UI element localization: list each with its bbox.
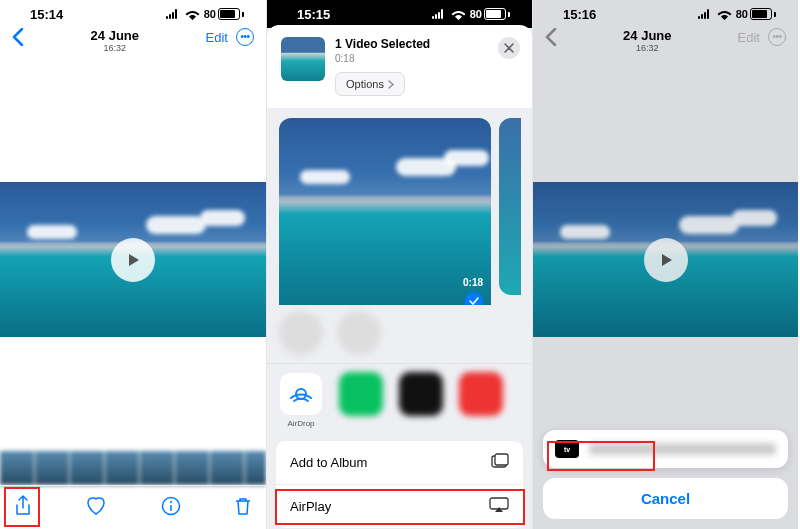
apps-row: AirDrop bbox=[267, 364, 532, 434]
highlight-share bbox=[4, 487, 40, 527]
svg-point-1 bbox=[170, 501, 172, 503]
selection-title: 1 Video Selected bbox=[335, 37, 430, 51]
selected-check-icon bbox=[465, 292, 483, 305]
nav-bar: 24 June 16:32 Edit ••• bbox=[0, 28, 266, 62]
preview-carousel[interactable]: 0:18 bbox=[267, 108, 532, 305]
play-icon[interactable] bbox=[111, 238, 155, 282]
preview-item-selected[interactable]: 0:18 bbox=[279, 118, 491, 305]
action-add-to-album[interactable]: Add to Album bbox=[276, 441, 523, 484]
info-button[interactable] bbox=[161, 496, 181, 520]
phone-share-sheet: 15:15 80 1 Video Selected 0:18 Options bbox=[266, 0, 532, 529]
contacts-row[interactable] bbox=[267, 305, 532, 363]
more-menu-icon[interactable]: ••• bbox=[236, 28, 254, 46]
highlight-device bbox=[547, 441, 655, 471]
phone-airplay-picker: 15:16 80 24 June 16:32 Edit ••• bbox=[532, 0, 798, 529]
preview-item-next[interactable] bbox=[499, 118, 521, 295]
nav-subtitle: 16:32 bbox=[91, 43, 139, 53]
status-bar: 15:14 80 bbox=[0, 0, 266, 28]
favorite-button[interactable] bbox=[85, 496, 107, 520]
preview-duration: 0:18 bbox=[463, 277, 483, 288]
selection-thumbnail bbox=[281, 37, 325, 81]
delete-button[interactable] bbox=[234, 496, 252, 520]
contact-avatar[interactable] bbox=[337, 311, 381, 355]
app-item[interactable] bbox=[337, 372, 385, 428]
edit-button[interactable]: Edit bbox=[206, 30, 228, 45]
album-icon bbox=[491, 453, 509, 472]
contact-avatar[interactable] bbox=[279, 311, 323, 355]
svg-rect-4 bbox=[495, 454, 508, 465]
app-airdrop[interactable]: AirDrop bbox=[277, 372, 325, 428]
options-button[interactable]: Options bbox=[335, 72, 405, 96]
app-item[interactable] bbox=[397, 372, 445, 428]
phone-photos-detail: 15:14 80 24 June 16:32 Edit ••• bbox=[0, 0, 266, 529]
status-time: 15:15 bbox=[297, 7, 330, 22]
app-item[interactable] bbox=[457, 372, 505, 428]
selection-duration: 0:18 bbox=[335, 53, 430, 64]
highlight-airplay bbox=[275, 489, 525, 525]
status-icons: 80 bbox=[166, 8, 244, 20]
nav-title: 24 June bbox=[91, 28, 139, 43]
status-time: 15:14 bbox=[30, 7, 63, 22]
cancel-button[interactable]: Cancel bbox=[543, 478, 788, 519]
video-preview[interactable] bbox=[0, 182, 266, 337]
status-bar: 15:15 80 bbox=[267, 0, 532, 28]
nav-title-block: 24 June 16:32 bbox=[91, 28, 139, 53]
back-button[interactable] bbox=[12, 28, 24, 50]
app-airdrop-label: AirDrop bbox=[277, 419, 325, 428]
thumbnail-strip[interactable] bbox=[0, 451, 266, 485]
share-sheet-header: 1 Video Selected 0:18 Options bbox=[267, 25, 532, 108]
